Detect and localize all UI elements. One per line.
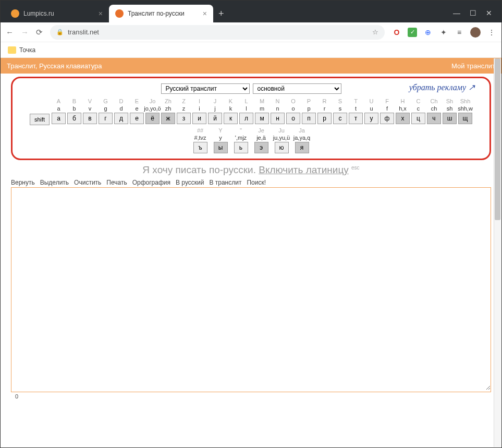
virtual-key[interactable]: к: [224, 113, 238, 124]
key-column: Rrр: [317, 98, 332, 124]
tab-favicon: [11, 9, 19, 18]
virtual-key[interactable]: д: [114, 113, 128, 124]
switch-latin-link[interactable]: Включить латиницу: [259, 164, 349, 175]
nav-back-icon[interactable]: ←: [6, 28, 14, 37]
virtual-key[interactable]: ь: [234, 142, 248, 153]
header-left-text[interactable]: Транслит, Русская клавиатура: [7, 62, 102, 70]
key-lower-label: y: [219, 135, 222, 142]
key-column: Ddд: [114, 98, 128, 124]
page-scrollbar[interactable]: [494, 58, 501, 447]
key-column: Ooо: [286, 98, 300, 124]
virtual-key[interactable]: о: [286, 113, 300, 124]
virtual-key[interactable]: щ: [458, 113, 472, 124]
virtual-key[interactable]: з: [177, 113, 191, 124]
virtual-key[interactable]: л: [239, 113, 253, 124]
virtual-key[interactable]: с: [333, 113, 347, 124]
key-upper-label: G: [103, 98, 108, 105]
key-lower-label: #,tvz: [194, 135, 206, 142]
virtual-key[interactable]: е: [130, 113, 144, 124]
virtual-key[interactable]: ъ: [193, 142, 207, 153]
browser-tab[interactable]: Транслит по-русски×: [109, 5, 213, 22]
virtual-key[interactable]: ф: [380, 113, 394, 124]
virtual-key[interactable]: а: [52, 113, 66, 124]
virtual-key[interactable]: р: [317, 113, 332, 124]
virtual-key[interactable]: й: [208, 113, 222, 124]
virtual-key[interactable]: э: [254, 142, 268, 153]
browser-tab[interactable]: Lumpics.ru×: [5, 5, 109, 22]
key-lower-label: zh: [165, 105, 172, 113]
remove-ads-link[interactable]: убрать рекламу ↗: [409, 82, 475, 92]
key-lower-label: r: [324, 105, 326, 113]
virtual-key[interactable]: г: [99, 113, 113, 124]
window-maximize-icon[interactable]: ☐: [470, 9, 476, 17]
key-lower-label: ',mjz: [235, 135, 247, 142]
editor-toolbar: ВернутьВыделитьОчиститьПечатьОрфографияВ…: [11, 179, 491, 186]
language-select[interactable]: Русский транслит: [161, 83, 250, 94]
nav-reload-icon[interactable]: ⟳: [36, 28, 43, 37]
key-upper-label: Y: [218, 127, 222, 135]
virtual-key[interactable]: у: [364, 113, 378, 124]
scroll-thumb[interactable]: [495, 58, 500, 220]
ext-globe-icon[interactable]: ⊕: [423, 28, 433, 37]
main-textarea[interactable]: [11, 188, 491, 390]
url-input[interactable]: 🔒 translit.net ☆: [50, 25, 385, 40]
key-column: Ppп: [302, 98, 316, 124]
key-lower-label: shh,w: [458, 105, 473, 113]
virtual-key[interactable]: ю: [275, 142, 289, 153]
toolbar-link[interactable]: Орфография: [132, 179, 170, 186]
key-lower-label: ja,ya,q: [293, 135, 310, 142]
ext-check-icon[interactable]: ✓: [408, 28, 417, 37]
virtual-key[interactable]: и: [192, 113, 206, 124]
toolbar-link[interactable]: Очистить: [74, 179, 101, 186]
virtual-key[interactable]: ш: [443, 113, 457, 124]
key-column: Aaа: [52, 98, 66, 124]
key-upper-label: K: [229, 98, 232, 105]
virtual-key[interactable]: м: [255, 113, 269, 124]
browser-menu-icon[interactable]: ⋮: [487, 28, 496, 37]
key-column: Shhshh,wщ: [458, 98, 472, 124]
window-minimize-icon[interactable]: —: [453, 9, 460, 17]
bookmark-item[interactable]: Точка: [19, 46, 35, 54]
nav-forward-icon[interactable]: →: [21, 28, 29, 37]
virtual-key[interactable]: ё: [145, 113, 160, 124]
tab-close-icon[interactable]: ×: [203, 9, 207, 18]
shift-key[interactable]: shift: [30, 114, 50, 125]
virtual-key[interactable]: ж: [161, 113, 175, 124]
keyboard-highlight-box: Русский транслит основной убрать рекламу…: [11, 77, 491, 160]
key-upper-label: Ch: [430, 98, 437, 105]
toolbar-link[interactable]: В русский: [176, 179, 204, 186]
virtual-key[interactable]: ч: [427, 113, 441, 124]
virtual-key[interactable]: п: [302, 113, 316, 124]
key-upper-label: Shh: [460, 98, 471, 105]
toolbar-link[interactable]: Печать: [106, 179, 127, 186]
virtual-key[interactable]: в: [83, 113, 97, 124]
new-tab-button[interactable]: +: [213, 8, 229, 22]
star-icon[interactable]: ☆: [372, 28, 378, 36]
virtual-key[interactable]: ы: [214, 142, 228, 153]
virtual-key[interactable]: н: [271, 113, 285, 124]
profile-avatar[interactable]: [470, 27, 481, 38]
mode-select[interactable]: основной: [253, 83, 341, 94]
tab-close-icon[interactable]: ×: [99, 9, 103, 18]
toolbar-link[interactable]: Выделить: [40, 179, 69, 186]
key-column: Jjй: [208, 98, 222, 124]
virtual-key[interactable]: я: [295, 142, 309, 153]
key-lower-label: sh: [447, 105, 453, 113]
ext-opera-icon[interactable]: O: [392, 28, 401, 37]
toolbar-link[interactable]: В транслит: [209, 179, 241, 186]
virtual-key[interactable]: х: [396, 113, 410, 124]
key-upper-label: I: [199, 98, 200, 105]
virtual-key[interactable]: б: [67, 113, 81, 124]
header-right-link[interactable]: Мой транслит: [451, 62, 495, 70]
key-lower-label: d: [119, 105, 123, 113]
toolbar-link[interactable]: Поиск!: [247, 179, 266, 186]
ext-puzzle-icon[interactable]: ✦: [439, 28, 448, 37]
ext-playlist-icon[interactable]: ≡: [455, 28, 464, 37]
browser-tab-strip: Lumpics.ru×Транслит по-русски× + — ☐ ✕: [1, 1, 501, 22]
virtual-key[interactable]: ц: [411, 113, 425, 124]
window-close-icon[interactable]: ✕: [486, 9, 492, 17]
toolbar-link[interactable]: Вернуть: [11, 179, 35, 186]
key-upper-label: M: [260, 98, 264, 105]
key-column: Jojo,yo,öё: [145, 98, 160, 124]
virtual-key[interactable]: т: [349, 113, 363, 124]
